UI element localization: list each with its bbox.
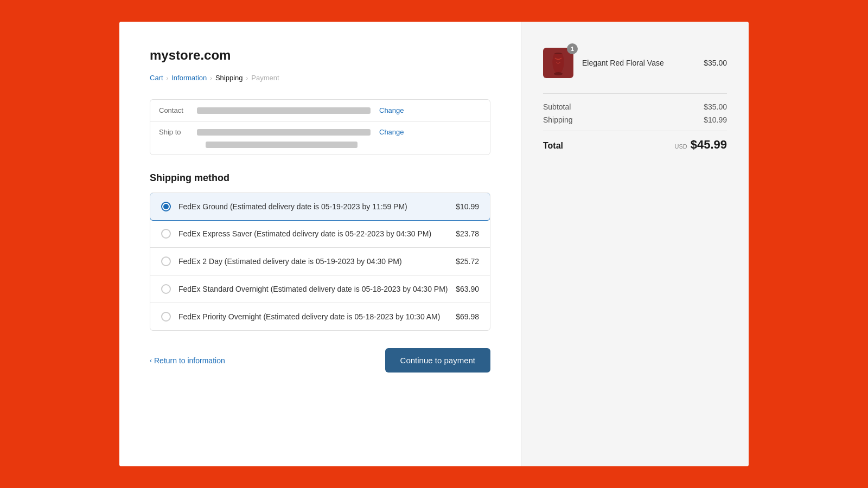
left-panel: mystore.com Cart › Information › Shippin…	[119, 22, 521, 466]
shipping-price-fedex-ground: $10.99	[456, 202, 479, 211]
radio-fedex-2day[interactable]	[161, 256, 171, 266]
contact-value-bar	[197, 107, 371, 114]
radio-fedex-express-saver[interactable]	[161, 229, 171, 239]
checkout-container: mystore.com Cart › Information › Shippin…	[119, 22, 749, 466]
product-price: $35.00	[704, 59, 727, 67]
radio-fedex-ground[interactable]	[161, 202, 171, 211]
vase-illustration	[548, 50, 568, 76]
contact-change-link[interactable]: Change	[379, 106, 404, 114]
radio-fedex-priority-overnight[interactable]	[161, 312, 171, 322]
shipping-options-list: FedEx Ground (Estimated delivery date is…	[150, 192, 490, 331]
shipping-label-fedex-ground: FedEx Ground (Estimated delivery date is…	[178, 202, 456, 211]
product-name: Elegant Red Floral Vase	[582, 59, 704, 67]
breadcrumb-cart[interactable]: Cart	[150, 74, 163, 82]
order-item: 1 Elegant Red Floral Vase $35.00	[543, 48, 727, 78]
right-panel: 1 Elegant Red Floral Vase $35.00 Subtota…	[521, 22, 749, 466]
shipping-label-fedex-2day: FedEx 2 Day (Estimated delivery date is …	[178, 257, 456, 266]
shipping-method-title: Shipping method	[150, 172, 490, 184]
shipping-price-fedex-express-saver: $23.78	[456, 229, 479, 238]
shipto-value-bar	[197, 129, 371, 136]
shipping-label-fedex-express-saver: FedEx Express Saver (Estimated delivery …	[178, 229, 456, 238]
total-currency: USD	[674, 143, 687, 150]
continue-to-payment-button[interactable]: Continue to payment	[385, 348, 490, 373]
breadcrumb-information[interactable]: Information	[171, 74, 207, 82]
form-footer: ‹ Return to information Continue to paym…	[150, 348, 490, 373]
info-box: Contact Change Ship to Change	[150, 99, 490, 155]
breadcrumb-sep-1: ›	[167, 75, 169, 81]
shipping-option-fedex-express-saver[interactable]: FedEx Express Saver (Estimated delivery …	[150, 220, 490, 248]
back-link[interactable]: ‹ Return to information	[150, 356, 225, 365]
breadcrumb: Cart › Information › Shipping › Payment	[150, 74, 490, 82]
shipto-change-link[interactable]: Change	[379, 128, 404, 136]
total-amount: $45.99	[691, 138, 727, 152]
product-image-wrap: 1	[543, 48, 573, 78]
svg-point-1	[554, 72, 563, 75]
total-row: Total USD $45.99	[543, 131, 727, 152]
subtotal-row: Subtotal $35.00	[543, 102, 727, 111]
breadcrumb-payment: Payment	[251, 74, 279, 82]
contact-label: Contact	[159, 106, 197, 114]
shipto-label: Ship to	[159, 128, 197, 136]
shipping-row: Shipping $10.99	[543, 115, 727, 124]
contact-row: Contact Change	[150, 100, 490, 121]
shipping-summary-label: Shipping	[543, 115, 573, 124]
shipping-price-fedex-standard-overnight: $63.90	[456, 285, 479, 293]
shipping-option-fedex-ground[interactable]: FedEx Ground (Estimated delivery date is…	[150, 192, 490, 221]
shipping-option-fedex-standard-overnight[interactable]: FedEx Standard Overnight (Estimated deli…	[150, 275, 490, 303]
shipto-value-bar-2	[206, 142, 358, 148]
shipping-label-fedex-priority-overnight: FedEx Priority Overnight (Estimated deli…	[178, 312, 456, 321]
total-label: Total	[543, 141, 563, 151]
back-link-label: Return to information	[154, 356, 225, 365]
shipping-label-fedex-standard-overnight: FedEx Standard Overnight (Estimated deli…	[178, 285, 456, 293]
radio-fedex-standard-overnight[interactable]	[161, 284, 171, 294]
shipping-option-fedex-priority-overnight[interactable]: FedEx Priority Overnight (Estimated deli…	[150, 303, 490, 330]
breadcrumb-sep-2: ›	[210, 75, 212, 81]
breadcrumb-shipping: Shipping	[215, 74, 243, 82]
subtotal-label: Subtotal	[543, 102, 571, 111]
order-summary: Subtotal $35.00 Shipping $10.99 Total US…	[543, 93, 727, 152]
back-chevron-icon: ‹	[150, 357, 152, 364]
shipping-price-fedex-2day: $25.72	[456, 257, 479, 266]
shipping-option-fedex-2day[interactable]: FedEx 2 Day (Estimated delivery date is …	[150, 248, 490, 275]
breadcrumb-sep-3: ›	[246, 75, 248, 81]
qty-badge: 1	[567, 43, 578, 54]
shipping-price-fedex-priority-overnight: $69.98	[456, 312, 479, 321]
store-name: mystore.com	[150, 48, 490, 63]
shipping-summary-value: $10.99	[704, 115, 727, 124]
shipto-row: Ship to Change	[150, 121, 490, 155]
subtotal-value: $35.00	[704, 102, 727, 111]
total-right: USD $45.99	[674, 138, 727, 152]
